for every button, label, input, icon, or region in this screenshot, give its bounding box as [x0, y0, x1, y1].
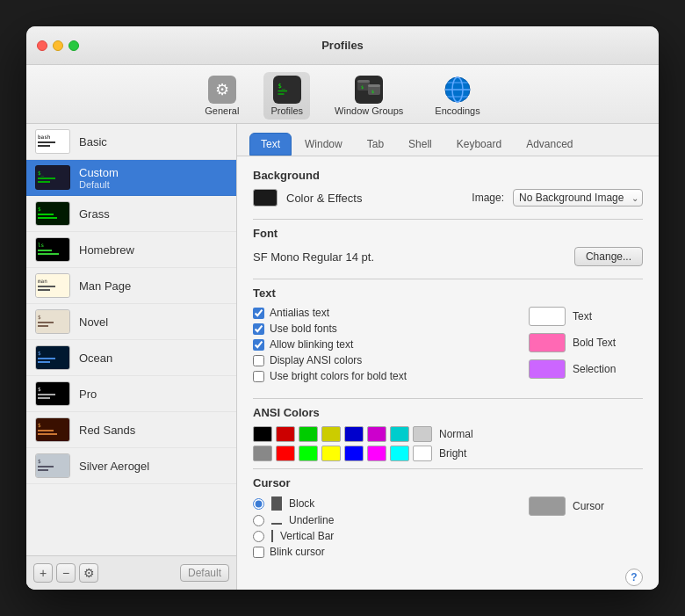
blink-text-label: Allow blinking text	[270, 338, 353, 351]
ansi-bright-1[interactable]	[276, 446, 295, 461]
toolbar-item-profiles[interactable]: $_ Profiles	[263, 72, 310, 120]
ansi-normal-6[interactable]	[390, 426, 409, 442]
minimize-button[interactable]	[53, 40, 63, 51]
blink-cursor-checkbox[interactable]	[253, 547, 264, 558]
cursor-vertical-row: Vertical Bar	[253, 530, 511, 542]
ansi-normal-5[interactable]	[367, 426, 386, 442]
profile-name-silveraerogel: Silver Aerogel	[79, 460, 149, 473]
tab-keyboard[interactable]: Keyboard	[445, 133, 513, 156]
text-two-col: Antialias text Use bold fonts Allow blin…	[253, 307, 643, 386]
background-section: Background Color & Effects Image: No Bac…	[253, 169, 643, 207]
selection-color-swatch[interactable]	[529, 359, 566, 379]
profile-item-manpage[interactable]: man Man Page	[26, 268, 236, 304]
bright-bold-checkbox[interactable]	[253, 371, 264, 382]
profile-thumb-silveraerogel: $	[35, 453, 70, 478]
divider-1	[253, 219, 643, 220]
window-title: Profiles	[321, 39, 364, 52]
profile-thumb-manpage: man	[35, 273, 70, 298]
cursor-vertical-radio[interactable]	[253, 531, 264, 542]
profile-name-basic: Basic	[79, 135, 107, 149]
blink-text-checkbox[interactable]	[253, 339, 264, 351]
remove-profile-button[interactable]: −	[56, 563, 76, 583]
tab-shell[interactable]: Shell	[397, 133, 443, 156]
ansi-bright-5[interactable]	[367, 446, 386, 461]
svg-rect-45	[38, 361, 50, 363]
general-icon: ⚙	[208, 76, 236, 104]
toolbar-item-encodings[interactable]: Encodings	[428, 72, 487, 120]
cursor-block-radio[interactable]	[253, 498, 264, 510]
maximize-button[interactable]	[68, 40, 79, 51]
svg-rect-41	[38, 325, 48, 327]
ansi-bright-4[interactable]	[344, 446, 364, 461]
cursor-options-col: Block Underline Vertical Bar	[253, 496, 511, 562]
profile-item-basic[interactable]: bash Basic	[26, 124, 236, 160]
bold-color-swatch[interactable]	[529, 333, 566, 352]
ansi-bright-7[interactable]	[413, 446, 432, 461]
ansi-normal-row: Normal	[253, 426, 643, 442]
settings-button[interactable]: ⚙	[79, 563, 98, 583]
close-button[interactable]	[37, 40, 47, 51]
profile-info-custom: Custom Default	[79, 166, 119, 190]
bright-bold-row: Use bright colors for bold text	[253, 370, 511, 382]
ansi-bright-2[interactable]	[299, 446, 318, 461]
ansi-normal-1[interactable]	[276, 426, 295, 442]
profile-name-ocean: Ocean	[79, 351, 112, 365]
text-color-swatch[interactable]	[529, 307, 566, 326]
ansi-normal-0[interactable]	[253, 426, 272, 442]
ansi-normal-2[interactable]	[299, 426, 318, 442]
ansi-colors-row: Display ANSI colors	[253, 354, 511, 366]
add-profile-button[interactable]: +	[33, 563, 53, 583]
change-font-button[interactable]: Change...	[574, 247, 643, 266]
profile-item-ocean[interactable]: $ Ocean	[26, 340, 236, 376]
ansi-colors-checkbox[interactable]	[253, 355, 264, 366]
divider-3	[253, 398, 643, 399]
tab-advanced[interactable]: Advanced	[515, 133, 584, 156]
profile-item-grass[interactable]: $ Grass	[26, 196, 236, 232]
panel-content: Background Color & Effects Image: No Bac…	[237, 156, 659, 590]
ansi-bright-0[interactable]	[253, 446, 272, 461]
profile-item-custom[interactable]: $_ Custom Default	[26, 160, 236, 196]
profile-thumb-grass: $	[35, 201, 70, 226]
window-groups-icon: $ $	[355, 76, 383, 104]
profile-name-redsands: Red Sands	[79, 424, 135, 437]
tab-window[interactable]: Window	[293, 133, 354, 156]
cursor-underline-radio[interactable]	[253, 515, 264, 526]
svg-rect-32	[38, 250, 52, 251]
tab-text[interactable]: Text	[249, 133, 292, 156]
toolbar: ⚙ General $_ Profiles	[26, 65, 659, 124]
ansi-normal-7[interactable]	[413, 426, 432, 442]
toolbar-encodings-label: Encodings	[435, 105, 480, 116]
antialias-row: Antialias text	[253, 307, 511, 319]
profile-name-pro: Pro	[79, 388, 97, 401]
profile-item-homebrew[interactable]: ls Homebrew	[26, 232, 236, 268]
bold-fonts-checkbox[interactable]	[253, 323, 264, 335]
svg-text:$: $	[38, 386, 41, 392]
toolbar-item-window-groups[interactable]: $ $ Window Groups	[328, 72, 410, 120]
profile-item-silveraerogel[interactable]: $ Silver Aerogel	[26, 448, 236, 484]
ansi-normal-3[interactable]	[321, 426, 341, 442]
help-button[interactable]: ?	[625, 569, 643, 586]
svg-text:$: $	[38, 350, 41, 356]
tab-tab[interactable]: Tab	[356, 133, 395, 156]
svg-text:$: $	[38, 206, 41, 212]
profile-item-novel[interactable]: $ Novel	[26, 304, 236, 340]
cursor-preview-row: Cursor	[529, 496, 643, 516]
profile-item-pro[interactable]: $ Pro	[26, 376, 236, 412]
svg-text:bash: bash	[38, 134, 51, 140]
svg-rect-56	[38, 466, 54, 467]
ansi-bright-3[interactable]	[321, 446, 341, 461]
antialias-checkbox[interactable]	[253, 308, 264, 319]
svg-text:$_: $_	[38, 170, 45, 177]
ansi-bright-6[interactable]	[390, 446, 409, 461]
toolbar-item-general[interactable]: ⚙ General	[198, 72, 246, 120]
profile-item-redsands[interactable]: $ Red Sands	[26, 412, 236, 448]
divider-2	[253, 279, 643, 279]
background-color-swatch[interactable]	[253, 189, 278, 207]
help-row: ?	[253, 569, 643, 586]
default-button[interactable]: Default	[180, 564, 229, 582]
ansi-normal-4[interactable]	[344, 426, 364, 442]
image-select[interactable]: No Background Image	[513, 189, 643, 207]
svg-rect-21	[38, 145, 50, 147]
cursor-preview-label: Cursor	[573, 500, 634, 512]
cursor-underline-label: Underline	[289, 514, 334, 526]
